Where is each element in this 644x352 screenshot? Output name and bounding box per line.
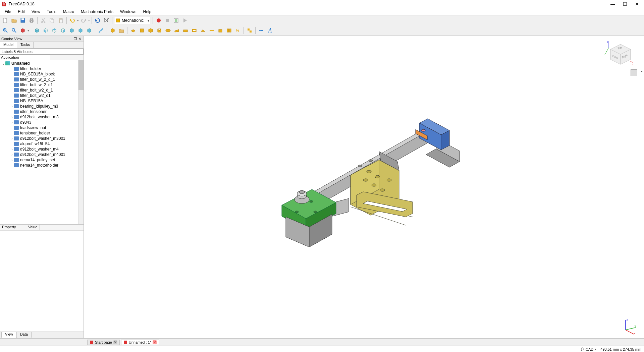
status-nav-style[interactable]: CAD ▾	[580, 347, 596, 351]
tree-item[interactable]: leadscrew_nut	[0, 125, 84, 130]
tab-model[interactable]: Model	[0, 42, 17, 48]
view-left-button[interactable]	[85, 26, 93, 35]
tree-item[interactable]: ›d912bolt_washer_m3	[0, 114, 84, 120]
navigation-cube[interactable]: Top Front Right z x	[604, 39, 634, 69]
measure-button[interactable]	[97, 26, 105, 35]
tree-document[interactable]: ⌄ Unnamed	[0, 61, 84, 66]
menu-tools[interactable]: Tools	[44, 9, 60, 15]
tree-item[interactable]: nema14_motorholder	[0, 163, 84, 168]
mech-part-3-button[interactable]	[147, 26, 155, 35]
doc-tab-unnamed[interactable]: Unnamed : 1* ✕	[121, 340, 159, 345]
tree-item[interactable]: ›nema14_pulley_set	[0, 157, 84, 163]
paste-button[interactable]	[57, 16, 65, 24]
tree-container[interactable]: ⌄ Unnamed filter_holderNB_SEB15A_blockfi…	[0, 60, 84, 224]
maximize-button[interactable]: ☐	[622, 1, 628, 7]
expand-icon[interactable]: ⌄	[1, 62, 5, 65]
save-file-button[interactable]	[19, 16, 27, 24]
undo-dropdown-icon[interactable]: ▾	[77, 19, 79, 22]
expand-icon[interactable]: ›	[10, 121, 14, 124]
new-file-button[interactable]	[1, 16, 9, 24]
copy-button[interactable]	[48, 16, 56, 24]
workbench-selector[interactable]: Mechatronic	[114, 17, 151, 24]
redo-dropdown-icon[interactable]: ▾	[88, 19, 90, 22]
expand-icon[interactable]: ›	[10, 137, 14, 140]
tree-item[interactable]: filter_bolt_w2_d_1	[0, 87, 84, 93]
macro-record-button[interactable]	[155, 16, 163, 24]
link-button[interactable]	[257, 26, 265, 35]
part-button[interactable]	[109, 26, 117, 35]
tree-item[interactable]: ›bearing_idlpulley_m3	[0, 104, 84, 109]
tree-item[interactable]: NB_SEB15A	[0, 98, 84, 104]
mech-part-6-button[interactable]	[173, 26, 181, 35]
menu-help[interactable]: Help	[140, 9, 155, 15]
scrollbar-thumb[interactable]	[78, 60, 84, 90]
tree-item[interactable]: filter_bolt_w_2_d_1	[0, 77, 84, 82]
tab-close-icon[interactable]: ✕	[153, 340, 157, 344]
mini-cube-icon[interactable]	[631, 69, 637, 76]
macro-play-button[interactable]	[181, 16, 189, 24]
expand-icon[interactable]: ›	[10, 158, 14, 162]
panel-float-button[interactable]: ❐	[73, 37, 77, 41]
doc-tab-start[interactable]: Start page ✕	[87, 340, 120, 345]
redo-button[interactable]	[79, 16, 88, 24]
tree-item[interactable]: filter_bolt_w2_d1	[0, 93, 84, 98]
tree-item[interactable]: ›d912bolt_washer_m3001	[0, 136, 84, 141]
undo-button[interactable]	[68, 16, 76, 24]
open-file-button[interactable]	[10, 16, 18, 24]
view-rear-button[interactable]	[68, 26, 76, 35]
tree-item[interactable]: ›d912bolt_washer_m4001	[0, 152, 84, 157]
mech-part-2-button[interactable]	[138, 26, 146, 35]
mech-part-10-button[interactable]	[208, 26, 216, 35]
menu-mechatronic-parts[interactable]: Machatronic Parts	[77, 9, 117, 15]
menu-edit[interactable]: Edit	[14, 9, 28, 15]
view-front-button[interactable]	[42, 26, 50, 35]
tree-item[interactable]: tensioner_holder	[0, 130, 84, 136]
refresh-button[interactable]	[94, 16, 102, 24]
tree-item[interactable]: ›d912bolt_washer_m4	[0, 146, 84, 152]
mech-part-13-button[interactable]: %	[234, 26, 242, 35]
tree-item[interactable]: filter_bolt_w_2_d1	[0, 82, 84, 87]
fit-selection-button[interactable]	[10, 26, 18, 35]
view-bottom-button[interactable]	[76, 26, 85, 35]
expand-icon[interactable]: ›	[10, 148, 14, 151]
mech-part-9-button[interactable]	[199, 26, 207, 35]
viewport-3d[interactable]: Top Front Right z x ▾ z y x	[84, 36, 644, 338]
tab-data[interactable]: Data	[16, 332, 32, 338]
expand-icon[interactable]: ›	[10, 115, 14, 119]
tab-view[interactable]: View	[1, 332, 17, 338]
mech-part-8-button[interactable]	[190, 26, 198, 35]
menu-file[interactable]: File	[1, 9, 14, 15]
panel-close-button[interactable]: ✕	[77, 37, 82, 41]
tab-tasks[interactable]: Tasks	[17, 42, 34, 48]
view-top-button[interactable]	[50, 26, 58, 35]
print-button[interactable]	[28, 16, 36, 24]
menu-windows[interactable]: Windows	[117, 9, 140, 15]
minimize-button[interactable]: —	[610, 1, 616, 7]
tree-item[interactable]: ›d9343	[0, 120, 84, 125]
mech-part-5-button[interactable]	[164, 26, 172, 35]
tree-scrollbar[interactable]	[78, 60, 84, 224]
tree-item[interactable]: aluprof_w15l_54	[0, 141, 84, 146]
draw-style-button[interactable]	[19, 26, 27, 35]
mech-part-7-button[interactable]	[181, 26, 190, 35]
tree-item[interactable]: filter_holder	[0, 66, 84, 71]
mech-part-1-button[interactable]	[129, 26, 137, 35]
tree-item[interactable]: NB_SEB15A_block	[0, 71, 84, 77]
tree-item[interactable]: idler_tensioner	[0, 109, 84, 114]
text-button[interactable]: A	[266, 26, 274, 35]
menu-view[interactable]: View	[28, 9, 44, 15]
mech-part-4-button[interactable]	[155, 26, 163, 35]
macro-stop-button[interactable]	[163, 16, 171, 24]
mech-part-11-button[interactable]	[216, 26, 224, 35]
view-right-button[interactable]	[59, 26, 67, 35]
view-iso-button[interactable]	[33, 26, 41, 35]
fit-all-button[interactable]	[1, 26, 9, 35]
macro-list-button[interactable]	[172, 16, 180, 24]
mini-cube-dropdown-icon[interactable]: ▾	[641, 69, 643, 73]
draw-style-dropdown-icon[interactable]: ▾	[28, 29, 29, 32]
menu-macro[interactable]: Macro	[60, 9, 77, 15]
expand-icon[interactable]: ›	[10, 105, 14, 108]
assembly-button[interactable]	[246, 26, 254, 35]
tab-close-icon[interactable]: ✕	[113, 340, 117, 344]
close-button[interactable]: ✕	[634, 1, 640, 7]
